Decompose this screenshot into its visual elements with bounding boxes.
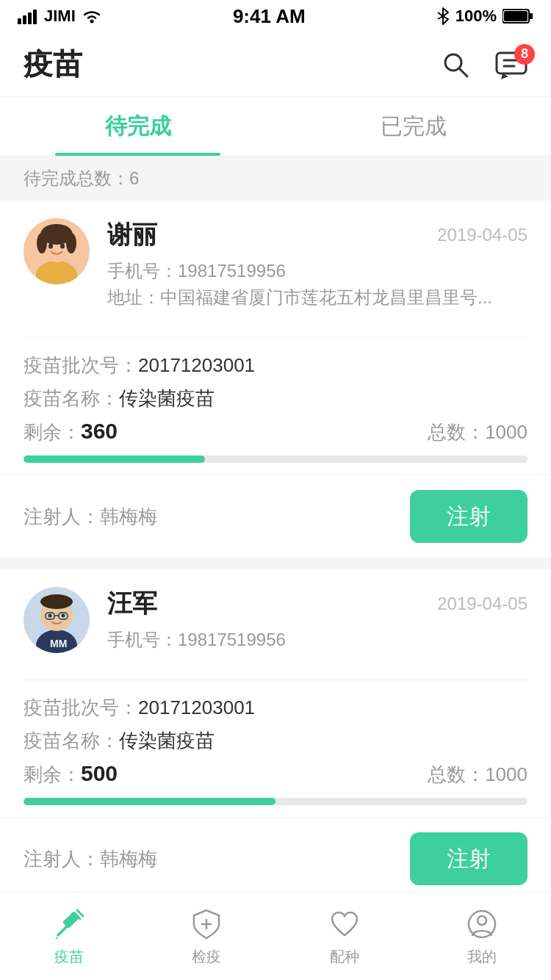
card-bottom-1: 注射人：韩梅梅 注射 [0,475,551,558]
status-left: JIMI [18,7,102,26]
quarantine-nav-icon [188,906,225,943]
injector-label-1: 注射人：韩梅梅 [24,504,157,530]
svg-rect-6 [529,13,533,19]
syringe-icon [52,907,86,941]
vaccine-card-2: MM [0,569,551,900]
person-row-2: MM [24,587,527,655]
remaining-2: 剩余：500 [24,761,118,788]
svg-point-19 [66,233,76,253]
progress-bar-2 [24,798,527,805]
tab-done[interactable]: 已完成 [276,97,551,156]
nav-label-quarantine: 检疫 [192,947,221,967]
phone-row-1: 手机号：19817519956 [107,259,527,283]
svg-rect-1 [23,15,26,24]
phone-row-2: 手机号：19817519956 [107,628,527,652]
vaccine-card-1: 谢丽 2019-04-05 手机号：19817519956 地址：中国福建省厦门… [0,201,551,558]
person-name-1: 谢丽 [107,218,157,252]
svg-rect-3 [33,10,37,24]
person-icon [465,907,499,941]
status-right: 100% [436,7,533,26]
bottom-nav: 疫苗 检疫 配种 我的 [0,892,551,980]
vaccine-info-1: 疫苗批次号：20171203001 疫苗名称：传染菌疫苗 剩余：360 总数：1… [0,338,551,475]
status-time: 9:41 AM [233,5,306,28]
mine-nav-icon [464,906,500,943]
message-badge: 8 [514,44,535,65]
svg-rect-7 [504,11,527,21]
wifi-icon [82,8,102,24]
card-top-2: MM [0,569,551,680]
address-row-1: 地址：中国福建省厦门市莲花五村龙昌里昌里号... [107,286,527,309]
name-row-2: 汪军 2019-04-05 [107,587,527,621]
svg-rect-33 [62,911,80,929]
progress-fill-2 [24,798,276,805]
vaccine-name-row-1: 疫苗名称：传染菌疫苗 [24,386,527,411]
signal-icon [18,8,38,24]
svg-rect-0 [18,18,21,24]
search-icon [441,50,470,79]
svg-point-21 [60,244,65,249]
header-icons: 8 [439,48,527,81]
vaccine-nav-icon [51,906,87,943]
nav-item-mine[interactable]: 我的 [414,906,552,967]
name-row-1: 谢丽 2019-04-05 [107,218,527,252]
tab-bar: 待完成 已完成 [0,97,551,156]
svg-point-30 [48,614,52,618]
person-row-1: 谢丽 2019-04-05 手机号：19817519956 地址：中国福建省厦门… [24,218,527,312]
injector-label-2: 注射人：韩梅梅 [24,846,157,872]
app-header: 疫苗 8 [0,32,551,97]
svg-line-9 [459,68,467,76]
inject-button-1[interactable]: 注射 [410,490,527,543]
bluetooth-icon [436,7,450,26]
svg-point-31 [62,614,65,618]
nav-item-vaccine[interactable]: 疫苗 [0,906,138,967]
nav-item-breed[interactable]: 配种 [276,906,414,967]
shield-plus-icon [190,907,223,941]
vaccine-info-2: 疫苗批次号：20171203001 疫苗名称：传染菌疫苗 剩余：500 总数：1… [0,680,551,817]
svg-text:MM: MM [50,638,67,649]
heart-icon [328,907,361,941]
vaccine-counts-2: 剩余：500 总数：1000 [24,761,527,788]
person-date-2: 2019-04-05 [437,594,527,614]
page-title: 疫苗 [24,44,82,84]
svg-point-20 [48,244,53,249]
card-bottom-2: 注射人：韩梅梅 注射 [0,817,551,900]
breed-nav-icon [326,906,363,943]
person-info-2: 汪军 2019-04-05 手机号：19817519956 [107,587,527,655]
nav-label-mine: 我的 [467,947,497,967]
battery-pct: 100% [455,7,497,26]
main-content: 待完成总数：6 [0,156,551,980]
nav-item-quarantine[interactable]: 检疫 [138,906,276,967]
avatar-2: MM [24,587,90,653]
progress-fill-1 [24,455,205,463]
nav-label-breed: 配种 [330,947,359,967]
search-button[interactable] [439,48,472,81]
remaining-1: 剩余：360 [24,419,118,445]
card-top-1: 谢丽 2019-04-05 手机号：19817519956 地址：中国福建省厦门… [0,201,551,337]
nav-label-vaccine: 疫苗 [54,947,84,967]
tab-pending[interactable]: 待完成 [0,97,276,156]
summary-bar: 待完成总数：6 [0,156,551,201]
person-date-1: 2019-04-05 [437,225,527,245]
svg-point-4 [90,20,93,24]
summary-text: 待完成总数：6 [24,168,139,188]
battery-icon [503,8,533,24]
vaccine-name-row-2: 疫苗名称：传染菌疫苗 [24,728,527,754]
batch-row-2: 疫苗批次号：20171203001 [24,695,527,721]
total-2: 总数：1000 [428,762,527,788]
batch-row-1: 疫苗批次号：20171203001 [24,353,527,378]
vaccine-counts-1: 剩余：360 总数：1000 [24,419,527,445]
svg-point-39 [478,916,486,925]
avatar-1 [24,218,90,284]
carrier-name: JIMI [44,7,76,26]
svg-point-26 [40,594,73,609]
status-bar: JIMI 9:41 AM 100% [0,0,551,32]
person-info-1: 谢丽 2019-04-05 手机号：19817519956 地址：中国福建省厦门… [107,218,527,312]
progress-bar-1 [24,455,527,463]
total-1: 总数：1000 [428,419,527,445]
svg-rect-2 [28,12,32,24]
message-button[interactable]: 8 [495,48,527,81]
inject-button-2[interactable]: 注射 [410,832,527,885]
svg-point-18 [37,233,47,253]
person-name-2: 汪军 [107,587,157,621]
